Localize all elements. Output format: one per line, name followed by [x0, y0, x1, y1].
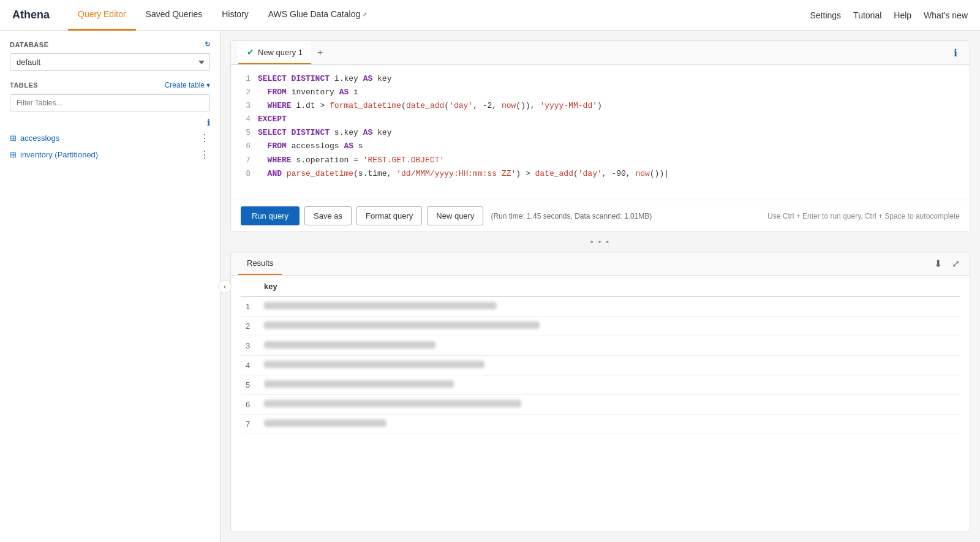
tables-label: TABLES: [10, 81, 38, 89]
table-menu-icon[interactable]: ⋮: [200, 132, 210, 144]
query-info-badge[interactable]: ℹ: [949, 42, 962, 64]
new-query-button[interactable]: New query: [427, 206, 483, 225]
database-label: DATABASE ↻: [10, 40, 210, 48]
query-tab-1[interactable]: ✔ New query 1: [238, 41, 311, 64]
nav-tutorial[interactable]: Tutorial: [853, 10, 881, 20]
table-row: 6: [241, 395, 960, 415]
nav-help[interactable]: Help: [894, 10, 911, 20]
results-actions: ⬇ ⤢: [932, 255, 962, 272]
results-header: Results ⬇ ⤢: [231, 252, 970, 276]
code-line-7: 7 WHERE s.operation = 'REST.GET.OBJECT': [241, 154, 960, 167]
query-toolbar: Run query Save as Format query New query…: [231, 200, 970, 231]
run-info-text: (Run time: 1.45 seconds, Data scanned: 1…: [491, 212, 652, 220]
nav-glue-catalog[interactable]: AWS Glue Data Catalog ↗: [258, 0, 377, 31]
expand-results-button[interactable]: ⤢: [949, 255, 962, 272]
code-line-8: 8 AND parse_datetime(s.time, 'dd/MMM/yyy…: [241, 167, 960, 181]
key-column-header: key: [259, 276, 960, 296]
results-table: key 1 2 3: [231, 276, 970, 532]
code-line-6: 6 FROM accesslogs AS s: [241, 140, 960, 153]
table-row: 3: [241, 336, 960, 356]
brand-logo: Athena: [12, 9, 50, 21]
resize-handle[interactable]: • • •: [230, 237, 970, 247]
nav-query-editor[interactable]: Query Editor: [68, 0, 136, 31]
code-line-2: 2 FROM inventory AS i: [241, 86, 960, 99]
results-tab[interactable]: Results: [238, 252, 282, 275]
row-number-header: [241, 276, 259, 296]
table-grid-icon: ⊞: [10, 134, 17, 143]
filter-tables-input[interactable]: [10, 94, 210, 111]
code-line-1: 1 SELECT DISTINCT i.key AS key: [241, 72, 960, 86]
query-panel: ✔ New query 1 + ℹ 1 SELECT DISTINCT i.ke…: [230, 40, 970, 232]
nav-items: Query Editor Saved Queries History AWS G…: [68, 0, 810, 31]
results-panel: Results ⬇ ⤢ key 1: [230, 252, 970, 532]
code-line-5: 5 SELECT DISTINCT s.key AS key: [241, 126, 960, 140]
database-select[interactable]: default: [10, 53, 210, 71]
format-query-button[interactable]: Format query: [356, 206, 422, 225]
nav-whats-new[interactable]: What's new: [924, 10, 968, 20]
run-query-button[interactable]: Run query: [241, 206, 300, 225]
chevron-down-icon: ▾: [206, 81, 210, 89]
table-row: 7: [241, 415, 960, 434]
save-as-button[interactable]: Save as: [304, 206, 352, 225]
table-item-accesslogs[interactable]: ⊞ accesslogs ⋮: [10, 130, 210, 146]
query-tabs: ✔ New query 1 + ℹ: [231, 41, 970, 65]
table-item-inventory[interactable]: ⊞ inventory (Partitioned) ⋮: [10, 146, 210, 163]
nav-right: Settings Tutorial Help What's new: [810, 10, 968, 20]
tables-info-icon[interactable]: ℹ: [10, 118, 210, 127]
external-link-icon: ↗: [362, 11, 367, 18]
table-grid-icon-2: ⊞: [10, 150, 17, 159]
code-line-3: 3 WHERE i.dt > format_datetime(date_add(…: [241, 99, 960, 113]
create-table-button[interactable]: Create table ▾: [165, 81, 210, 89]
keyboard-hint-text: Use Ctrl + Enter to run query, Ctrl + Sp…: [767, 212, 960, 220]
tables-header: TABLES Create table ▾: [10, 81, 210, 89]
main-layout: DATABASE ↻ default TABLES Create table ▾…: [0, 31, 980, 542]
table-row: 1: [241, 296, 960, 317]
table-menu-icon-2[interactable]: ⋮: [200, 149, 210, 160]
nav-saved-queries[interactable]: Saved Queries: [136, 0, 213, 31]
sidebar-collapse-button[interactable]: ‹: [218, 280, 232, 293]
sidebar: DATABASE ↻ default TABLES Create table ▾…: [0, 31, 221, 542]
code-editor[interactable]: 1 SELECT DISTINCT i.key AS key 2 FROM in…: [231, 65, 970, 200]
nav-settings[interactable]: Settings: [810, 10, 842, 20]
table-row: 4: [241, 356, 960, 375]
content-area: ✔ New query 1 + ℹ 1 SELECT DISTINCT i.ke…: [221, 31, 980, 542]
refresh-icon[interactable]: ↻: [205, 40, 211, 48]
top-navigation: Athena Query Editor Saved Queries Histor…: [0, 0, 980, 31]
table-row: 2: [241, 317, 960, 336]
nav-history[interactable]: History: [212, 0, 258, 31]
download-results-button[interactable]: ⬇: [932, 255, 944, 272]
table-row: 5: [241, 375, 960, 395]
tab-success-icon: ✔: [247, 47, 254, 57]
code-line-4: 4 EXCEPT: [241, 113, 960, 126]
add-tab-button[interactable]: +: [311, 42, 329, 63]
